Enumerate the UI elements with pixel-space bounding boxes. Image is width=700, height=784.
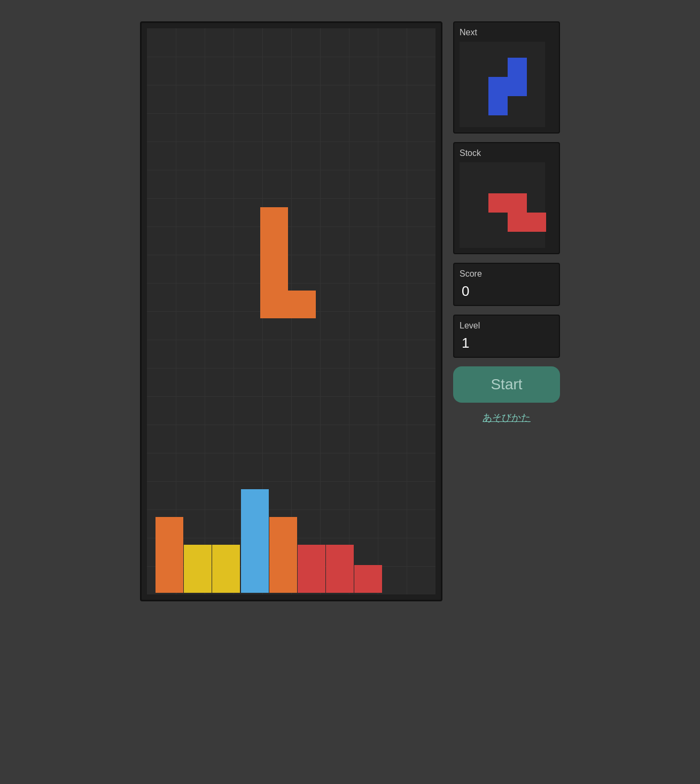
piece-orange-4 (260, 291, 288, 318)
stock-panel: Stock (453, 142, 560, 254)
start-button[interactable]: Start (453, 366, 560, 403)
next-label: Next (460, 28, 554, 37)
pile-11 (241, 565, 269, 593)
next-preview (460, 42, 545, 127)
help-link[interactable]: あそびかた (453, 411, 560, 424)
pile-18 (326, 565, 354, 593)
piece-orange-3 (260, 263, 288, 291)
pile-3 (155, 565, 183, 593)
pile-19 (354, 565, 382, 593)
stock-block-1 (488, 193, 508, 213)
next-block-2 (508, 77, 527, 96)
stock-block-4 (527, 213, 546, 232)
game-board (147, 28, 435, 594)
stock-block-2 (508, 193, 527, 213)
pile-8 (241, 489, 269, 517)
level-value: 1 (462, 335, 554, 351)
pile-9 (241, 517, 269, 545)
score-panel: Score 0 (453, 263, 560, 306)
pile-1 (155, 517, 183, 545)
level-panel: Level 1 (453, 315, 560, 358)
score-label: Score (460, 269, 554, 279)
pile-17 (298, 565, 325, 593)
game-board-wrapper (140, 21, 442, 601)
pile-6 (184, 565, 212, 593)
next-block-1 (508, 58, 527, 77)
score-value: 0 (462, 283, 554, 300)
piece-orange-2 (260, 235, 288, 263)
main-container: Next Stock Score 0 (140, 21, 560, 601)
stock-block-3 (508, 213, 527, 232)
sidebar: Next Stock Score 0 (453, 21, 560, 424)
stock-label: Stock (460, 148, 554, 158)
stock-preview (460, 162, 545, 248)
piece-orange-1 (260, 207, 288, 235)
level-label: Level (460, 321, 554, 331)
next-block-4 (488, 96, 508, 115)
next-panel: Next (453, 21, 560, 134)
next-block-3 (488, 77, 508, 96)
pile-14 (269, 565, 297, 593)
piece-orange-5 (288, 291, 316, 318)
pile-7 (212, 565, 240, 593)
pile-12 (269, 517, 297, 545)
